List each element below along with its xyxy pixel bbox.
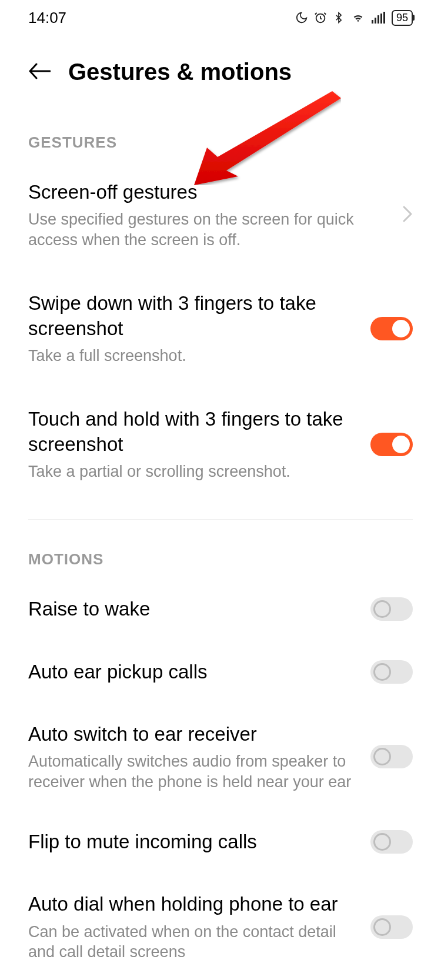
- toggle-auto-dial[interactable]: [370, 915, 413, 939]
- row-auto-dial[interactable]: Auto dial when holding phone to ear Can …: [0, 872, 441, 979]
- row-text: Touch and hold with 3 fingers to take sc…: [28, 407, 356, 481]
- row-text: Flip to mute incoming calls: [28, 830, 356, 854]
- signal-icon: [372, 12, 386, 24]
- row-subtitle: Automatically switches audio from speake…: [28, 751, 356, 792]
- row-text: Raise to wake: [28, 597, 356, 621]
- row-subtitle: Use specified gestures on the screen for…: [28, 209, 388, 250]
- toggle-swipe-3-fingers[interactable]: [370, 317, 413, 340]
- row-flip-mute[interactable]: Flip to mute incoming calls: [0, 810, 441, 872]
- svg-rect-4: [380, 14, 382, 24]
- row-hold-3-fingers[interactable]: Touch and hold with 3 fingers to take sc…: [0, 383, 441, 499]
- section-gestures-label: GESTURES: [0, 103, 441, 166]
- svg-rect-3: [377, 15, 379, 24]
- svg-rect-1: [372, 20, 373, 24]
- battery-level: 95: [396, 12, 408, 24]
- row-title: Touch and hold with 3 fingers to take sc…: [28, 407, 356, 456]
- row-title: Swipe down with 3 fingers to take screen…: [28, 291, 356, 340]
- battery-icon: 95: [392, 10, 413, 26]
- wifi-icon: [350, 11, 366, 24]
- toggle-flip-mute[interactable]: [370, 830, 413, 854]
- row-text: Auto ear pickup calls: [28, 660, 356, 684]
- toggle-raise-to-wake[interactable]: [370, 597, 413, 621]
- status-icons: 95: [295, 10, 413, 26]
- svg-rect-2: [375, 18, 376, 24]
- row-subtitle: Take a full screenshot.: [28, 346, 356, 366]
- row-swipe-3-fingers[interactable]: Swipe down with 3 fingers to take screen…: [0, 267, 441, 383]
- row-screen-off-gestures[interactable]: Screen-off gestures Use specified gestur…: [0, 166, 441, 267]
- toggle-auto-ear-pickup[interactable]: [370, 660, 413, 684]
- toggle-auto-switch-ear[interactable]: [370, 745, 413, 768]
- row-title: Screen-off gestures: [28, 180, 388, 205]
- row-title: Flip to mute incoming calls: [28, 830, 356, 854]
- row-title: Auto dial when holding phone to ear: [28, 892, 356, 917]
- row-raise-to-wake[interactable]: Raise to wake: [0, 583, 441, 639]
- row-text: Auto switch to ear receiver Automaticall…: [28, 722, 356, 792]
- row-title: Raise to wake: [28, 597, 356, 621]
- row-text: Screen-off gestures Use specified gestur…: [28, 180, 388, 250]
- toggle-hold-3-fingers[interactable]: [370, 433, 413, 456]
- section-motions-label: MOTIONS: [0, 520, 441, 583]
- status-time: 14:07: [28, 9, 66, 27]
- row-text: Auto dial when holding phone to ear Can …: [28, 892, 356, 962]
- alarm-icon: [314, 11, 327, 24]
- back-icon[interactable]: [28, 62, 51, 82]
- header: Gestures & motions: [0, 35, 441, 103]
- row-title: Auto switch to ear receiver: [28, 722, 356, 747]
- page-title: Gestures & motions: [68, 59, 292, 85]
- row-subtitle: Can be activated when on the contact det…: [28, 922, 356, 962]
- status-bar: 14:07 95: [0, 0, 441, 35]
- row-subtitle: Take a partial or scrolling screenshot.: [28, 461, 356, 482]
- chevron-right-icon: [402, 205, 413, 225]
- dnd-icon: [295, 11, 308, 24]
- row-text: Swipe down with 3 fingers to take screen…: [28, 291, 356, 366]
- row-auto-switch-ear[interactable]: Auto switch to ear receiver Automaticall…: [0, 702, 441, 810]
- svg-rect-5: [383, 12, 385, 24]
- row-title: Auto ear pickup calls: [28, 660, 356, 684]
- row-auto-ear-pickup[interactable]: Auto ear pickup calls: [0, 640, 441, 702]
- bluetooth-icon: [333, 11, 345, 25]
